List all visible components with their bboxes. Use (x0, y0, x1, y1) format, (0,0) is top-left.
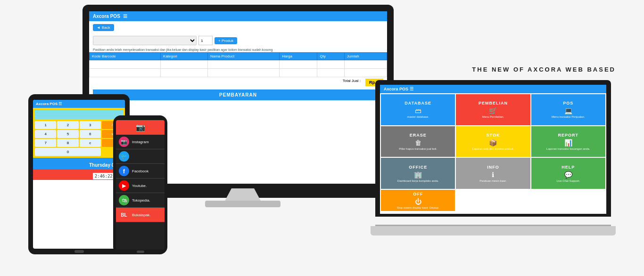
social-item-twitter[interactable]: 🐦 (116, 149, 165, 164)
produk-button[interactable]: + Produk (215, 37, 237, 44)
social-item-tokopedia[interactable]: 🛍 Tokopedia. (116, 193, 165, 208)
dash-app: Axcora POS ☰ DATABASE 🗃 master database.… (380, 85, 606, 214)
dash-cell-pembelian[interactable]: PEMBELIAN 🛒 Menu Pembelian. (456, 94, 530, 125)
date-label: Date (36, 159, 122, 162)
facebook-icon: f (119, 166, 129, 176)
pos-header: Axcora POS ☰ (89, 11, 387, 21)
dash-icon-info: ℹ (492, 171, 494, 179)
tokopedia-label: Tokopedia. (132, 198, 150, 203)
social-item-youtube[interactable]: ▶ Youtube. (116, 179, 165, 193)
pos-total-row: Total Jual : Rp. 0 (89, 77, 387, 88)
instagram-label: Instagram (132, 140, 149, 144)
dash-cell-pos[interactable]: POS 💻 Menu transaksi Penjualan. (531, 94, 605, 125)
tab-date-section: Date Thursday 09, 2 (33, 158, 125, 169)
bl-icon: BL (119, 210, 129, 220)
date-value: Thursday 09, 2 (36, 162, 122, 168)
dash-icon-off: ⏻ (415, 198, 421, 205)
social-item-instagram[interactable]: 📷 Instagram (116, 135, 165, 149)
social-item-facebook[interactable]: f Facebook (116, 164, 165, 179)
facebook-label: Facebook (132, 169, 149, 173)
hamburger-icon: ☰ (123, 14, 127, 19)
key-5[interactable]: 5 (57, 130, 78, 138)
dash-title-report: REPORT (558, 133, 579, 138)
dash-desc-report: Laporan transaksi keuangan anda. (546, 147, 590, 150)
tokopedia-icon: 🛍 (119, 195, 129, 205)
key-6[interactable]: 6 (80, 130, 101, 138)
pos-toolbar: ◄ Back (89, 21, 387, 34)
dash-title-pembelian: PEMBELIAN (479, 101, 508, 106)
dash-cell-help[interactable]: HELP 💬 Live Chat Support. (531, 158, 605, 189)
dash-desc-erase: Pillar hapus transaksi jual beli. (399, 147, 437, 150)
monitor-base (205, 201, 281, 207)
dash-cell-database[interactable]: DATABASE 🗃 master database. (381, 94, 455, 125)
dash-icon-database: 🗃 (415, 107, 421, 114)
col-jumlah: Jumlah (344, 53, 387, 60)
dash-title-office: OFFICE (409, 165, 427, 170)
social-header: 📷 (116, 120, 165, 135)
dash-title-pos: POS (563, 101, 573, 106)
pos-app-name: Axcora POS (93, 14, 120, 19)
total-label: Total Jual : (343, 79, 361, 86)
produk-icon: + (218, 39, 221, 43)
dash-title-info: INFO (487, 165, 499, 170)
dash-title-erase: ERASE (410, 133, 427, 138)
key-4[interactable]: 4 (35, 130, 56, 138)
twitter-icon: 🐦 (119, 151, 129, 162)
key-7[interactable]: 7 (35, 139, 56, 147)
phone-home-button (137, 251, 144, 253)
key-clear[interactable]: c (80, 139, 101, 147)
tablet-home-button (74, 250, 84, 253)
dash-icon-help: 💬 (564, 171, 572, 179)
dash-cell-office[interactable]: OFFICE 🏢 Dashboard kerja kompleks anda. (381, 158, 455, 189)
dash-cell-info[interactable]: INFO ℹ Panduan mesin kasir. (456, 158, 530, 189)
dash-title-help: HELP (561, 165, 575, 170)
youtube-icon: ▶ (119, 180, 129, 191)
dash-cell-stok[interactable]: STOK 📦 Laporan stok dan koreksi produk. (456, 126, 530, 157)
key-8[interactable]: 8 (57, 139, 78, 147)
key-1[interactable]: 1 (35, 121, 56, 129)
col-kategori: Kategori (161, 53, 208, 60)
dash-desc-off: Stop sistem display kasir. Ditutup. (397, 206, 439, 209)
dash-hamburger: ☰ (410, 87, 413, 91)
tab-display (35, 110, 123, 119)
dash-cell-report[interactable]: REPORT 📊 Laporan transaksi keuangan anda… (531, 126, 605, 157)
back-icon: ◄ (97, 25, 100, 30)
dash-title-database: DATABASE (405, 101, 431, 106)
dash-desc-info: Panduan mesin kasir. (479, 179, 506, 182)
phone: 📷 📷 Instagram 🐦 f Facebook (113, 115, 167, 254)
tab-hamburger: ☰ (58, 102, 62, 106)
dash-desc-pos: Menu transaksi Penjualan. (552, 115, 585, 118)
dash-header: Axcora POS ☰ (380, 85, 606, 93)
dash-icon-pembelian: 🛒 (489, 107, 497, 114)
table-row (90, 69, 387, 77)
pos-input-row: + Produk (89, 34, 387, 47)
social-app: 📷 📷 Instagram 🐦 f Facebook (116, 120, 165, 250)
tab-app: Axcora POS ☰ 1 2 3 / 4 5 6 (33, 100, 125, 249)
laptop-screen-inner: Axcora POS ☰ DATABASE 🗃 master database.… (380, 85, 606, 214)
dash-desc-help: Live Chat Support. (556, 179, 580, 182)
dash-cell-erase[interactable]: ERASE 🗑 Pillar hapus transaksi jual beli… (381, 126, 455, 157)
dash-icon-erase: 🗑 (415, 139, 421, 146)
laptop-screen-outer: Axcora POS ☰ DATABASE 🗃 master database.… (375, 80, 611, 217)
payment-button[interactable]: PEMBAYARAN (93, 89, 383, 100)
dash-cell-off[interactable]: OFF ⏻ Stop sistem display kasir. Ditutup… (381, 190, 455, 211)
laptop-base (371, 226, 616, 235)
dash-icon-stok: 📦 (489, 139, 497, 146)
table-row (90, 60, 387, 69)
tablet-inner: Axcora POS ☰ 1 2 3 / 4 5 6 (33, 100, 125, 249)
key-0[interactable]: 0 (35, 148, 101, 156)
key-3[interactable]: 3 (80, 121, 101, 129)
dash-title-off: OFF (413, 192, 423, 196)
key-2[interactable]: 2 (57, 121, 78, 129)
product-select[interactable] (93, 36, 197, 45)
pos-table: Kode Barcode Kategori Nama Product Harga… (89, 52, 387, 77)
tagline: THE NEW OF AXCORA WEB BASED (472, 66, 616, 73)
dash-icon-report: 📊 (564, 139, 572, 146)
scene: THE NEW OF AXCORA WEB BASED Axcora POS ☰… (0, 0, 644, 276)
instagram-icon: 📷 (119, 137, 129, 147)
qty-input[interactable] (198, 36, 213, 45)
back-button[interactable]: ◄ Back (93, 24, 114, 31)
phone-inner: 📷 📷 Instagram 🐦 f Facebook (116, 120, 165, 250)
col-harga: Harga (280, 53, 317, 60)
social-item-bl[interactable]: BL Bukalapak. (116, 208, 165, 222)
